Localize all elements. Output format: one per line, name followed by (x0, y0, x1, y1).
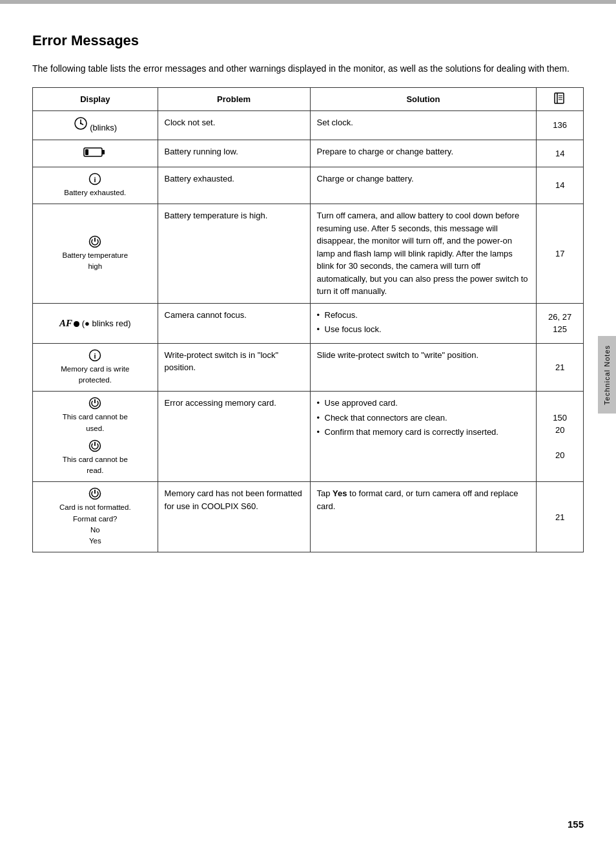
col-header-solution: Solution (310, 88, 537, 111)
pageref-cell: 26, 27125 (537, 303, 584, 343)
table-row: Battery running low. Prepare to charge o… (33, 140, 584, 167)
table-row: Battery temperaturehigh Battery temperat… (33, 204, 584, 304)
table-row: i Memory card is writeprotected. Write-p… (33, 343, 584, 392)
problem-cell: Error accessing memory card. (158, 392, 310, 482)
col-header-problem: Problem (158, 88, 310, 111)
af-icon: AF (59, 318, 72, 328)
display-cell: (blinks) (33, 111, 158, 140)
info-circle-icon-2: i (88, 349, 101, 362)
svg-text:i: i (94, 176, 96, 183)
svg-point-8 (79, 123, 81, 124)
list-item: Check that connectors are clean. (317, 412, 530, 424)
top-border (0, 0, 616, 4)
display-text: Memory card is writeprotected. (61, 364, 129, 386)
svg-rect-10 (102, 150, 105, 154)
page-title: Error Messages (32, 32, 584, 49)
page: Error Messages The following table lists… (0, 0, 616, 849)
table-row: AF (● blinks red) Camera cannot focus. R… (33, 303, 584, 343)
problem-cell: Memory card has not been formatted for u… (158, 482, 310, 552)
pageref-cell: 21 (537, 343, 584, 392)
problem-cell: Battery exhausted. (158, 167, 310, 204)
error-messages-table: Display Problem Solution (32, 87, 584, 552)
bold-yes: Yes (333, 488, 347, 498)
svg-rect-0 (555, 93, 564, 103)
col-header-pageref (537, 88, 584, 111)
display-cell: i Memory card is writeprotected. (33, 343, 158, 392)
display-text: (● blinks red) (82, 319, 131, 328)
table-row: This card cannot beused. This card canno… (33, 392, 584, 482)
problem-cell: Battery running low. (158, 140, 310, 167)
display-cell: Card is not formatted.Format card?NoYes (33, 482, 158, 552)
clock-icon (74, 116, 88, 131)
solution-cell: Refocus. Use focus lock. (310, 303, 537, 343)
sidebar-label: Technical Notes (603, 345, 611, 405)
solution-list-2: Use approved card. Check that connectors… (317, 397, 530, 439)
svg-rect-11 (85, 149, 88, 155)
pageref-cell: 14 (537, 167, 584, 204)
solution-cell: Set clock. (310, 111, 537, 140)
list-item: Use approved card. (317, 397, 530, 410)
intro-text: The following table lists the error mess… (32, 62, 584, 76)
power-circle-icon-3 (88, 439, 101, 452)
list-item: Refocus. (317, 309, 530, 322)
problem-cell: Battery temperature is high. (158, 204, 310, 304)
power-circle-icon (88, 235, 101, 248)
solution-cell: Prepare to charge or change battery. (310, 140, 537, 167)
pageref-cell: 17 (537, 204, 584, 304)
solution-list: Refocus. Use focus lock. (317, 309, 530, 336)
list-item: Confirm that memory card is correctly in… (317, 426, 530, 439)
page-number: 155 (568, 819, 584, 830)
problem-cell: Clock not set. (158, 111, 310, 140)
display-text-2: This card cannot beread. (63, 454, 128, 477)
solution-cell: Charge or change battery. (310, 167, 537, 204)
page-footer: 155 (568, 819, 584, 830)
solution-cell: Turn off camera, and allow battery to co… (310, 204, 537, 304)
red-dot-icon (74, 321, 79, 327)
sidebar-tab: Technical Notes (598, 336, 616, 414)
table-row: (blinks) Clock not set. Set clock. 136 (33, 111, 584, 140)
card-cannot-be-used: This card cannot beused. (63, 397, 128, 434)
table-row: Card is not formatted.Format card?NoYes … (33, 482, 584, 552)
problem-cell: Camera cannot focus. (158, 303, 310, 343)
card-cannot-be-read: This card cannot beread. (63, 439, 128, 477)
battery-low-icon (83, 145, 107, 158)
display-cell: This card cannot beused. This card canno… (33, 392, 158, 482)
display-cell: i Battery exhausted. (33, 167, 158, 204)
power-circle-icon-4 (88, 487, 101, 500)
info-circle-icon: i (88, 173, 101, 185)
display-text: Card is not formatted.Format card?NoYes (59, 502, 131, 547)
display-text: Battery temperaturehigh (62, 250, 128, 273)
display-text: This card cannot beused. (63, 412, 128, 434)
col-header-display: Display (33, 88, 158, 111)
display-cell: AF (● blinks red) (33, 303, 158, 343)
svg-text:i: i (94, 352, 96, 360)
problem-cell: Write-protect switch is in "lock" positi… (158, 343, 310, 392)
display-text: (blinks) (90, 123, 117, 132)
pageref-cell: 14 (537, 140, 584, 167)
solution-cell: Slide write-protect switch to "write" po… (310, 343, 537, 392)
pageref-cell: 136 (537, 111, 584, 140)
book-icon (553, 92, 566, 105)
table-row: i Battery exhausted. Battery exhausted. … (33, 167, 584, 204)
display-cell (33, 140, 158, 167)
pageref-cell: 21 (537, 482, 584, 552)
display-cell: Battery temperaturehigh (33, 204, 158, 304)
solution-cell: Use approved card. Check that connectors… (310, 392, 537, 482)
pageref-cell: 1502020 (537, 392, 584, 482)
solution-cell: Tap Yes to format card, or turn camera o… (310, 482, 537, 552)
power-circle-icon-2 (88, 397, 101, 410)
display-text: Battery exhausted. (64, 187, 126, 198)
list-item: Use focus lock. (317, 323, 530, 336)
